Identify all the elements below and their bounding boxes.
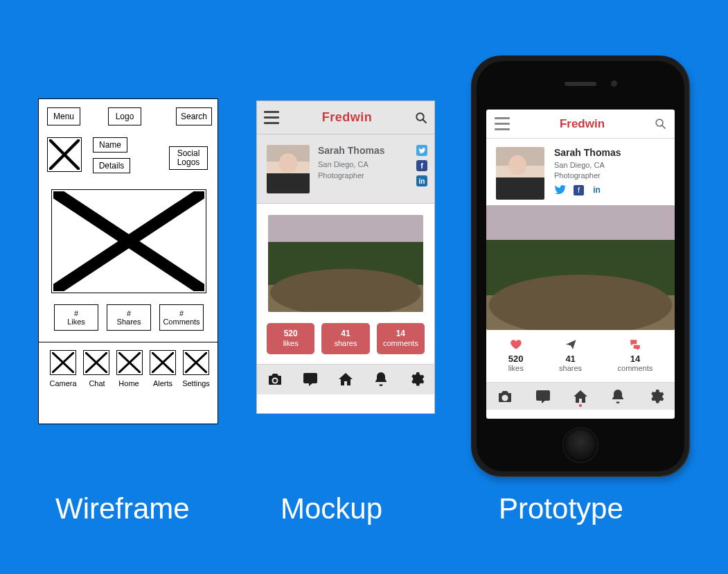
wf-shares-label: Shares	[117, 318, 141, 326]
shares-label: shares	[334, 339, 357, 347]
avatar	[496, 147, 544, 200]
wf-details-box: Details	[93, 158, 130, 173]
phone-speaker	[565, 82, 596, 86]
wf-likes-box: #Likes	[54, 304, 98, 331]
menu-icon[interactable]	[495, 117, 510, 130]
app-logo: Fredwin	[560, 117, 605, 131]
svg-point-14	[416, 113, 424, 121]
wf-nav-settings-icon	[183, 350, 209, 375]
shares-button[interactable]: 41 shares	[321, 323, 369, 354]
search-icon[interactable]	[415, 112, 427, 124]
shares-count: 41	[324, 329, 366, 339]
profile-name: Sarah Thomas	[554, 147, 621, 158]
wf-divider	[39, 342, 217, 342]
home-icon[interactable]	[572, 388, 589, 405]
alerts-icon[interactable]	[610, 388, 626, 405]
profile-name: Sarah Thomas	[318, 145, 408, 156]
shares-label: shares	[559, 364, 582, 372]
wf-likes-count: #	[74, 309, 78, 318]
wf-comments-box: #Comments	[159, 304, 204, 331]
comments-count: 14	[380, 329, 422, 339]
search-icon[interactable]	[655, 118, 666, 130]
settings-icon[interactable]	[408, 371, 425, 388]
twitter-icon[interactable]	[554, 184, 567, 196]
linkedin-icon[interactable]: in	[416, 175, 427, 186]
wf-comments-label: Comments	[163, 318, 199, 326]
profile-location: San Diego, CA	[554, 161, 621, 169]
wf-image-placeholder	[51, 189, 206, 293]
wf-nav-settings-label: Settings	[179, 379, 213, 388]
twitter-icon[interactable]	[416, 145, 427, 156]
wf-name-box: Name	[93, 137, 127, 153]
shares-count: 41	[565, 354, 575, 364]
chat-icon[interactable]	[302, 371, 319, 388]
likes-count: 520	[508, 354, 524, 364]
post-image	[486, 205, 675, 330]
home-icon[interactable]	[337, 371, 354, 388]
settings-icon[interactable]	[648, 388, 664, 405]
facebook-icon[interactable]: f	[416, 160, 427, 171]
wf-shares-box: #Shares	[107, 304, 151, 331]
wf-likes-label: Likes	[67, 318, 85, 326]
wireframe-panel: Menu Logo Search Name Details SocialLogo…	[38, 98, 218, 424]
profile-location: San Diego, CA	[318, 160, 408, 168]
post-image	[268, 215, 423, 312]
wf-nav-alerts-label: Alerts	[146, 379, 179, 388]
linkedin-icon[interactable]: in	[591, 184, 603, 196]
comments-icon	[628, 338, 643, 351]
comments-count: 14	[630, 354, 640, 364]
svg-line-15	[423, 119, 426, 123]
bottom-nav	[486, 382, 675, 410]
heart-icon	[509, 338, 523, 351]
likes-stat[interactable]: 520 likes	[508, 338, 524, 372]
wf-shares-count: #	[127, 309, 131, 318]
caption-mockup: Mockup	[281, 492, 382, 525]
phone-camera	[611, 80, 617, 87]
wf-nav-alerts-icon	[150, 350, 176, 375]
comments-label: comments	[383, 339, 418, 347]
wf-social-box: SocialLogos	[169, 146, 208, 170]
wf-search-box: Search	[176, 107, 212, 125]
bottom-nav	[257, 364, 434, 394]
facebook-icon[interactable]: f	[574, 185, 584, 195]
camera-icon[interactable]	[267, 371, 283, 388]
wf-nav-camera-icon	[50, 350, 76, 375]
wf-nav-chat-icon	[83, 350, 109, 375]
profile-card: Sarah Thomas San Diego, CA Photographer …	[486, 139, 675, 205]
comments-stat[interactable]: 14 comments	[618, 338, 653, 372]
menu-icon[interactable]	[264, 111, 279, 124]
wf-nav-camera-label: Camera	[46, 379, 80, 388]
camera-icon[interactable]	[497, 388, 513, 405]
svg-line-19	[662, 125, 666, 129]
profile-role: Photographer	[318, 171, 408, 180]
alerts-icon[interactable]	[373, 371, 389, 388]
wf-nav-home-icon	[116, 350, 143, 375]
phone-screen: Fredwin Sarah Thomas San Diego, CA Photo…	[486, 110, 675, 419]
wf-logo-box: Logo	[108, 107, 141, 125]
likes-button[interactable]: 520 likes	[267, 323, 314, 354]
comments-button[interactable]: 14 comments	[377, 323, 425, 354]
nav-indicator-dot	[579, 404, 582, 407]
wf-nav-chat-label: Chat	[80, 379, 114, 388]
phone-home-button[interactable]	[564, 428, 597, 462]
pt-header: Fredwin	[486, 110, 675, 139]
caption-prototype: Prototype	[499, 492, 623, 525]
comments-label: comments	[618, 364, 653, 372]
prototype-phone: Fredwin Sarah Thomas San Diego, CA Photo…	[471, 55, 690, 477]
wf-avatar-placeholder	[47, 137, 82, 172]
profile-role: Photographer	[554, 171, 621, 180]
likes-count: 520	[269, 329, 312, 339]
caption-wireframe: Wireframe	[55, 492, 190, 525]
wf-nav-home-label: Home	[112, 379, 145, 388]
mockup-header: Fredwin	[257, 101, 434, 134]
likes-label: likes	[508, 364, 524, 372]
chat-icon[interactable]	[535, 388, 551, 405]
likes-label: likes	[283, 339, 299, 347]
shares-stat[interactable]: 41 shares	[559, 338, 582, 372]
wf-menu-box: Menu	[47, 107, 80, 125]
paper-plane-icon	[564, 338, 578, 351]
wf-comments-count: #	[179, 309, 184, 318]
svg-point-18	[656, 119, 663, 126]
profile-card: Sarah Thomas San Diego, CA Photographer …	[257, 134, 434, 204]
avatar	[267, 145, 310, 193]
